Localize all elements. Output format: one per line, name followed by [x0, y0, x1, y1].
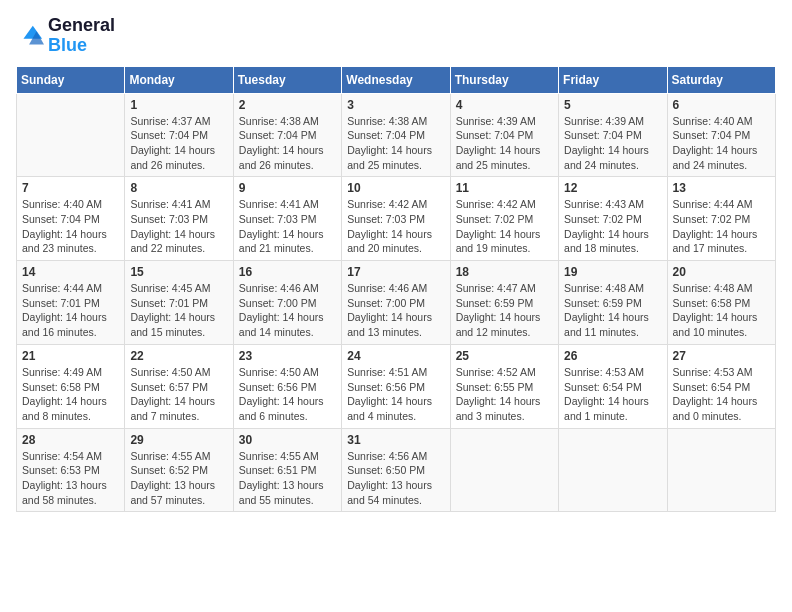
day-number: 4: [456, 98, 553, 112]
calendar-cell: 21Sunrise: 4:49 AM Sunset: 6:58 PM Dayli…: [17, 344, 125, 428]
calendar-cell: 18Sunrise: 4:47 AM Sunset: 6:59 PM Dayli…: [450, 261, 558, 345]
day-number: 13: [673, 181, 770, 195]
day-number: 17: [347, 265, 444, 279]
day-number: 24: [347, 349, 444, 363]
day-number: 16: [239, 265, 336, 279]
calendar-cell: 19Sunrise: 4:48 AM Sunset: 6:59 PM Dayli…: [559, 261, 667, 345]
calendar-week-2: 7Sunrise: 4:40 AM Sunset: 7:04 PM Daylig…: [17, 177, 776, 261]
day-info: Sunrise: 4:39 AM Sunset: 7:04 PM Dayligh…: [456, 114, 553, 173]
logo-icon: [16, 22, 44, 50]
day-number: 22: [130, 349, 227, 363]
day-info: Sunrise: 4:40 AM Sunset: 7:04 PM Dayligh…: [673, 114, 770, 173]
day-info: Sunrise: 4:48 AM Sunset: 6:58 PM Dayligh…: [673, 281, 770, 340]
day-number: 29: [130, 433, 227, 447]
day-number: 19: [564, 265, 661, 279]
day-number: 12: [564, 181, 661, 195]
day-header-thursday: Thursday: [450, 66, 558, 93]
day-number: 2: [239, 98, 336, 112]
day-header-tuesday: Tuesday: [233, 66, 341, 93]
calendar-cell: 17Sunrise: 4:46 AM Sunset: 7:00 PM Dayli…: [342, 261, 450, 345]
calendar-header-row: SundayMondayTuesdayWednesdayThursdayFrid…: [17, 66, 776, 93]
day-info: Sunrise: 4:43 AM Sunset: 7:02 PM Dayligh…: [564, 197, 661, 256]
day-info: Sunrise: 4:44 AM Sunset: 7:01 PM Dayligh…: [22, 281, 119, 340]
day-info: Sunrise: 4:42 AM Sunset: 7:02 PM Dayligh…: [456, 197, 553, 256]
day-info: Sunrise: 4:46 AM Sunset: 7:00 PM Dayligh…: [239, 281, 336, 340]
calendar-cell: 8Sunrise: 4:41 AM Sunset: 7:03 PM Daylig…: [125, 177, 233, 261]
calendar-cell: 24Sunrise: 4:51 AM Sunset: 6:56 PM Dayli…: [342, 344, 450, 428]
calendar-cell: 11Sunrise: 4:42 AM Sunset: 7:02 PM Dayli…: [450, 177, 558, 261]
day-header-wednesday: Wednesday: [342, 66, 450, 93]
calendar-cell: 16Sunrise: 4:46 AM Sunset: 7:00 PM Dayli…: [233, 261, 341, 345]
day-info: Sunrise: 4:41 AM Sunset: 7:03 PM Dayligh…: [239, 197, 336, 256]
calendar-cell: 13Sunrise: 4:44 AM Sunset: 7:02 PM Dayli…: [667, 177, 775, 261]
calendar-body: 1Sunrise: 4:37 AM Sunset: 7:04 PM Daylig…: [17, 93, 776, 512]
day-header-saturday: Saturday: [667, 66, 775, 93]
day-info: Sunrise: 4:48 AM Sunset: 6:59 PM Dayligh…: [564, 281, 661, 340]
calendar-cell: 12Sunrise: 4:43 AM Sunset: 7:02 PM Dayli…: [559, 177, 667, 261]
day-number: 26: [564, 349, 661, 363]
calendar-cell: 2Sunrise: 4:38 AM Sunset: 7:04 PM Daylig…: [233, 93, 341, 177]
calendar-cell: 9Sunrise: 4:41 AM Sunset: 7:03 PM Daylig…: [233, 177, 341, 261]
day-number: 25: [456, 349, 553, 363]
day-info: Sunrise: 4:46 AM Sunset: 7:00 PM Dayligh…: [347, 281, 444, 340]
day-info: Sunrise: 4:53 AM Sunset: 6:54 PM Dayligh…: [673, 365, 770, 424]
calendar-cell: 29Sunrise: 4:55 AM Sunset: 6:52 PM Dayli…: [125, 428, 233, 512]
day-info: Sunrise: 4:49 AM Sunset: 6:58 PM Dayligh…: [22, 365, 119, 424]
day-number: 27: [673, 349, 770, 363]
day-number: 7: [22, 181, 119, 195]
day-number: 1: [130, 98, 227, 112]
calendar-cell: 5Sunrise: 4:39 AM Sunset: 7:04 PM Daylig…: [559, 93, 667, 177]
day-info: Sunrise: 4:38 AM Sunset: 7:04 PM Dayligh…: [239, 114, 336, 173]
calendar-cell: [450, 428, 558, 512]
calendar-cell: 30Sunrise: 4:55 AM Sunset: 6:51 PM Dayli…: [233, 428, 341, 512]
calendar-cell: [17, 93, 125, 177]
day-info: Sunrise: 4:50 AM Sunset: 6:56 PM Dayligh…: [239, 365, 336, 424]
calendar-cell: 4Sunrise: 4:39 AM Sunset: 7:04 PM Daylig…: [450, 93, 558, 177]
day-number: 23: [239, 349, 336, 363]
day-number: 20: [673, 265, 770, 279]
calendar-cell: 27Sunrise: 4:53 AM Sunset: 6:54 PM Dayli…: [667, 344, 775, 428]
day-header-sunday: Sunday: [17, 66, 125, 93]
day-info: Sunrise: 4:51 AM Sunset: 6:56 PM Dayligh…: [347, 365, 444, 424]
header: General Blue: [16, 16, 776, 56]
day-info: Sunrise: 4:45 AM Sunset: 7:01 PM Dayligh…: [130, 281, 227, 340]
calendar-cell: 25Sunrise: 4:52 AM Sunset: 6:55 PM Dayli…: [450, 344, 558, 428]
day-info: Sunrise: 4:53 AM Sunset: 6:54 PM Dayligh…: [564, 365, 661, 424]
calendar-cell: [559, 428, 667, 512]
day-info: Sunrise: 4:56 AM Sunset: 6:50 PM Dayligh…: [347, 449, 444, 508]
calendar-week-5: 28Sunrise: 4:54 AM Sunset: 6:53 PM Dayli…: [17, 428, 776, 512]
day-info: Sunrise: 4:38 AM Sunset: 7:04 PM Dayligh…: [347, 114, 444, 173]
day-number: 28: [22, 433, 119, 447]
day-info: Sunrise: 4:55 AM Sunset: 6:51 PM Dayligh…: [239, 449, 336, 508]
day-number: 5: [564, 98, 661, 112]
day-header-friday: Friday: [559, 66, 667, 93]
day-number: 14: [22, 265, 119, 279]
calendar-table: SundayMondayTuesdayWednesdayThursdayFrid…: [16, 66, 776, 513]
calendar-cell: 28Sunrise: 4:54 AM Sunset: 6:53 PM Dayli…: [17, 428, 125, 512]
calendar-cell: 31Sunrise: 4:56 AM Sunset: 6:50 PM Dayli…: [342, 428, 450, 512]
day-header-monday: Monday: [125, 66, 233, 93]
calendar-cell: 22Sunrise: 4:50 AM Sunset: 6:57 PM Dayli…: [125, 344, 233, 428]
calendar-cell: 10Sunrise: 4:42 AM Sunset: 7:03 PM Dayli…: [342, 177, 450, 261]
calendar-cell: 7Sunrise: 4:40 AM Sunset: 7:04 PM Daylig…: [17, 177, 125, 261]
day-number: 21: [22, 349, 119, 363]
calendar-week-1: 1Sunrise: 4:37 AM Sunset: 7:04 PM Daylig…: [17, 93, 776, 177]
day-number: 6: [673, 98, 770, 112]
day-number: 15: [130, 265, 227, 279]
day-number: 30: [239, 433, 336, 447]
day-info: Sunrise: 4:41 AM Sunset: 7:03 PM Dayligh…: [130, 197, 227, 256]
calendar-cell: 15Sunrise: 4:45 AM Sunset: 7:01 PM Dayli…: [125, 261, 233, 345]
calendar-cell: [667, 428, 775, 512]
day-number: 18: [456, 265, 553, 279]
calendar-week-4: 21Sunrise: 4:49 AM Sunset: 6:58 PM Dayli…: [17, 344, 776, 428]
calendar-cell: 6Sunrise: 4:40 AM Sunset: 7:04 PM Daylig…: [667, 93, 775, 177]
day-info: Sunrise: 4:50 AM Sunset: 6:57 PM Dayligh…: [130, 365, 227, 424]
day-info: Sunrise: 4:40 AM Sunset: 7:04 PM Dayligh…: [22, 197, 119, 256]
calendar-cell: 1Sunrise: 4:37 AM Sunset: 7:04 PM Daylig…: [125, 93, 233, 177]
day-number: 31: [347, 433, 444, 447]
logo: General Blue: [16, 16, 115, 56]
day-info: Sunrise: 4:54 AM Sunset: 6:53 PM Dayligh…: [22, 449, 119, 508]
day-info: Sunrise: 4:39 AM Sunset: 7:04 PM Dayligh…: [564, 114, 661, 173]
day-info: Sunrise: 4:47 AM Sunset: 6:59 PM Dayligh…: [456, 281, 553, 340]
calendar-cell: 23Sunrise: 4:50 AM Sunset: 6:56 PM Dayli…: [233, 344, 341, 428]
